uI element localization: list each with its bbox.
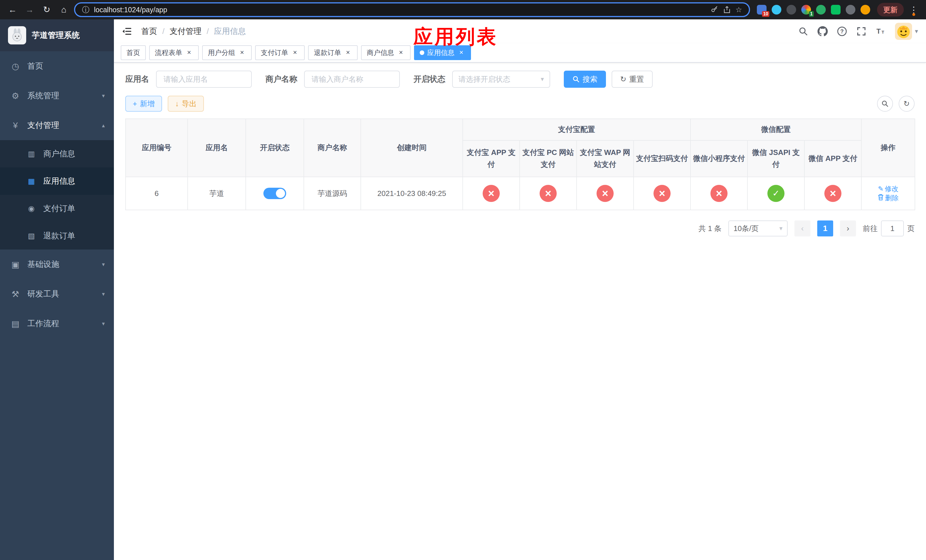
cell-actions: ✎ 修改 删除 [861, 177, 915, 210]
app-name-input[interactable] [156, 71, 252, 88]
tab-process-form[interactable]: 流程表单 × [149, 45, 199, 60]
extension-badge: 10 [762, 11, 769, 17]
close-icon[interactable]: × [397, 49, 405, 57]
page-size-select[interactable]: 10条/页 ▾ [728, 221, 788, 236]
sidebar-item-label: 支付订单 [43, 203, 75, 214]
extension-icon[interactable] [846, 5, 855, 15]
tab-refund-orders[interactable]: 退款订单 × [308, 45, 358, 60]
close-icon[interactable]: × [457, 49, 465, 57]
extensions-cluster: 10 1 [754, 5, 874, 15]
tab-merchant-info[interactable]: 商户信息 × [361, 45, 411, 60]
status-cross-icon [654, 185, 670, 202]
prev-page-button[interactable]: ‹ [794, 221, 810, 236]
goto-page: 前往 页 [863, 221, 915, 236]
extension-icon[interactable] [831, 5, 841, 15]
sidebar-item-dev-tools[interactable]: ⚒ 研发工具 ▾ [0, 279, 114, 309]
tab-label: 流程表单 [155, 48, 182, 57]
browser-forward-icon[interactable]: → [23, 3, 36, 17]
reset-button[interactable]: ↻ 重置 [612, 71, 653, 88]
tab-pay-orders[interactable]: 支付订单 × [255, 45, 305, 60]
sidebar-item-label: 基础设施 [27, 259, 59, 270]
goto-page-input[interactable] [881, 221, 904, 236]
sidebar-item-label: 应用信息 [43, 176, 75, 186]
breadcrumb-home[interactable]: 首页 [141, 26, 170, 37]
screen: ← → ↻ ⌂ ⓘ localhost:1024/pay/app ☆ 10 1 [0, 0, 926, 560]
bookmark-star-icon[interactable]: ☆ [735, 5, 742, 14]
github-icon[interactable] [817, 26, 828, 36]
refresh-table-button[interactable]: ↻ [899, 96, 915, 112]
col-header-alipay-qr: 支付宝扫码支付 [634, 141, 690, 177]
filter-form: 应用名 商户名称 开启状态 请选择开启状态 ▾ [125, 71, 915, 88]
page-size-value: 10条/页 [734, 224, 758, 233]
refund-doc-icon: ▧ [26, 232, 36, 241]
sidebar-item-pay-orders[interactable]: ◉ 支付订单 [0, 195, 114, 222]
chevron-down-icon: ▾ [102, 320, 105, 327]
sidebar-item-home[interactable]: ◷ 首页 [0, 51, 114, 81]
address-bar[interactable]: ⓘ localhost:1024/pay/app ☆ [74, 2, 750, 17]
extension-icon[interactable]: 1 [801, 5, 811, 15]
browser-update-button[interactable]: 更新 [877, 3, 904, 17]
cell-status [246, 177, 304, 210]
goto-unit: 页 [907, 224, 915, 233]
sidebar-item-workflow[interactable]: ▤ 工作流程 ▾ [0, 309, 114, 338]
tab-user-group[interactable]: 用户分组 × [202, 45, 252, 60]
fullscreen-icon[interactable] [856, 26, 867, 36]
tab-home[interactable]: 首页 [121, 45, 146, 60]
close-icon[interactable]: × [291, 49, 299, 57]
url-text[interactable]: localhost:1024/pay/app [94, 6, 706, 14]
svg-text:T: T [882, 30, 884, 35]
avatar[interactable] [895, 23, 912, 40]
export-button[interactable]: ↓ 导出 [168, 96, 204, 112]
sidebar-item-refund-orders[interactable]: ▧ 退款订单 [0, 222, 114, 250]
sidebar-item-app-info[interactable]: ▦ 应用信息 [0, 168, 114, 195]
cell-created: 2021-10-23 08:49:25 [361, 177, 463, 210]
extension-icon[interactable] [787, 5, 796, 15]
add-button[interactable]: + 新增 [125, 96, 162, 112]
extension-icon[interactable] [816, 5, 826, 15]
svg-text:T: T [876, 27, 881, 35]
user-menu[interactable]: ▾ [895, 23, 918, 40]
col-header-status: 开启状态 [246, 119, 304, 177]
delete-button[interactable]: 删除 [878, 194, 899, 203]
download-icon: ↓ [175, 100, 179, 108]
password-key-icon[interactable] [710, 6, 719, 14]
browser-menu-icon[interactable]: ⋮ [907, 5, 920, 15]
sidebar-item-payment[interactable]: ¥ 支付管理 ▴ [0, 110, 114, 140]
chevron-down-icon: ▾ [779, 225, 782, 232]
sidebar-item-system[interactable]: ⚙ 系统管理 ▾ [0, 81, 114, 110]
sidebar-item-infrastructure[interactable]: ▣ 基础设施 ▾ [0, 250, 114, 279]
extension-icon[interactable] [861, 5, 870, 15]
site-info-icon[interactable]: ⓘ [82, 5, 89, 15]
merchant-name-input[interactable] [304, 71, 400, 88]
tab-app-info[interactable]: 应用信息 × [414, 45, 471, 60]
help-icon[interactable]: ? [837, 26, 847, 36]
sidebar-logo-row[interactable]: 芋道管理系统 [0, 20, 114, 51]
extension-icon[interactable] [772, 5, 781, 15]
sidebar-item-merchant-info[interactable]: ▥ 商户信息 [0, 140, 114, 168]
refresh-icon: ↻ [620, 75, 626, 84]
next-page-button[interactable]: › [840, 221, 856, 236]
close-icon[interactable]: × [344, 49, 352, 57]
share-icon[interactable] [723, 6, 731, 14]
browser-home-icon[interactable]: ⌂ [57, 3, 71, 17]
plus-icon: + [133, 100, 137, 108]
search-icon[interactable] [798, 26, 808, 36]
extension-icon[interactable]: 10 [757, 5, 767, 15]
toggle-search-button[interactable] [877, 96, 893, 112]
edit-button[interactable]: ✎ 修改 [878, 184, 899, 194]
sidebar-toggle-icon[interactable] [122, 26, 133, 37]
page-number-button[interactable]: 1 [817, 221, 833, 236]
browser-back-icon[interactable]: ← [6, 3, 20, 17]
breadcrumb-payment[interactable]: 支付管理 [170, 26, 214, 37]
font-size-icon[interactable]: TT [876, 26, 886, 36]
status-toggle[interactable] [263, 188, 286, 199]
close-icon[interactable]: × [185, 49, 193, 57]
status-select[interactable]: 请选择开启状态 ▾ [452, 71, 550, 88]
browser-reload-icon[interactable]: ↻ [40, 3, 53, 17]
tab-label: 应用信息 [427, 48, 454, 57]
close-icon[interactable]: × [238, 49, 246, 57]
status-cross-icon [710, 185, 728, 202]
col-header-wechat-app: 微信 APP 支付 [804, 141, 861, 177]
search-button[interactable]: 搜索 [564, 71, 606, 88]
apps-table: 应用编号 应用名 开启状态 商户名称 创建时间 支付宝配置 微信配置 操作 支付… [125, 118, 915, 210]
